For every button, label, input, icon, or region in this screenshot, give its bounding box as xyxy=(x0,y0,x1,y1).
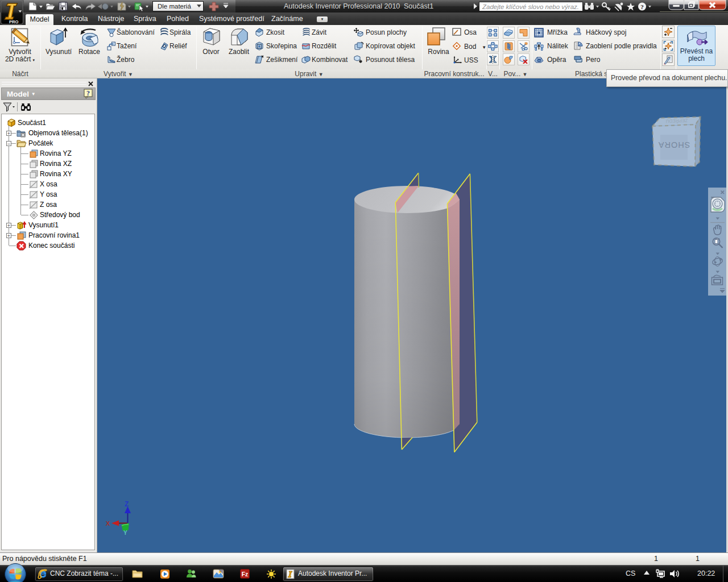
svg-text:Z: Z xyxy=(125,500,129,508)
svg-text:X: X xyxy=(106,520,110,527)
svg-text:ZEPŘEDU: ZEPŘEDU xyxy=(666,118,688,123)
svg-text:?: ? xyxy=(640,3,644,10)
svg-text:Fz: Fz xyxy=(242,571,249,577)
svg-text:Y: Y xyxy=(123,530,127,536)
svg-text:?: ? xyxy=(86,89,90,97)
svg-text:PRO: PRO xyxy=(9,19,19,24)
svg-text:SHORA: SHORA xyxy=(658,140,690,149)
